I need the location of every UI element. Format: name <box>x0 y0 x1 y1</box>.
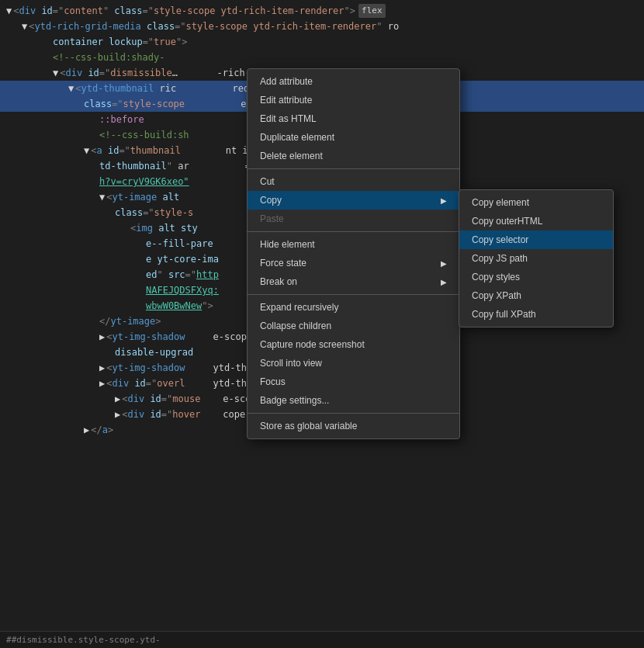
menu-item-delete-element[interactable]: Delete element <box>248 147 459 165</box>
flex-badge: flex <box>358 4 386 18</box>
expand-arrow[interactable]: ▶ <box>99 376 105 390</box>
menu-item-focus[interactable]: Focus <box>248 373 459 391</box>
submenu-item-label: Copy full XPath <box>472 309 536 320</box>
menu-item-label: Cut <box>260 176 275 187</box>
submenu-arrow-icon: ▶ <box>441 278 447 286</box>
code-line: ▼ < ytd-rich-grid-media class =" style-s… <box>0 19 644 34</box>
menu-item-label: Edit attribute <box>260 95 312 106</box>
copy-submenu: Copy element Copy outerHTML Copy selecto… <box>459 189 614 327</box>
expand-arrow[interactable]: ▼ <box>22 19 27 33</box>
submenu-item-label: Copy JS path <box>472 253 528 264</box>
menu-item-collapse-children[interactable]: Collapse children <box>248 317 459 335</box>
submenu-item-copy-js-path[interactable]: Copy JS path <box>459 249 613 268</box>
submenu-item-copy-xpath[interactable]: Copy XPath <box>459 286 613 305</box>
menu-item-store-as-global[interactable]: Store as global variable <box>248 417 459 435</box>
menu-item-badge-settings[interactable]: Badge settings... <box>248 391 459 410</box>
menu-item-label: Force state <box>260 258 306 269</box>
submenu-item-label: Copy outerHTML <box>472 216 542 227</box>
expand-arrow[interactable]: ▶ <box>99 361 105 375</box>
menu-item-hide-element[interactable]: Hide element <box>248 235 459 254</box>
menu-item-label: Expand recursively <box>260 302 338 313</box>
menu-item-label: Break on <box>260 276 297 287</box>
menu-item-label: Add attribute <box>260 76 313 87</box>
submenu-item-label: Copy selector <box>472 234 528 245</box>
menu-item-break-on[interactable]: Break on ▶ <box>248 272 459 291</box>
menu-item-cut[interactable]: Cut <box>248 172 459 191</box>
menu-item-label: Capture node screenshot <box>260 339 365 350</box>
menu-item-edit-attribute[interactable]: Edit attribute <box>248 91 459 109</box>
expand-arrow[interactable]: ▼ <box>68 81 74 95</box>
menu-item-label: Hide element <box>260 239 315 250</box>
menu-item-capture-node-screenshot[interactable]: Capture node screenshot <box>248 335 459 354</box>
expand-arrow[interactable]: ▶ <box>115 392 120 406</box>
menu-item-label: Edit as HTML <box>260 113 317 124</box>
menu-item-paste: Paste <box>248 210 459 228</box>
submenu-item-label: Copy styles <box>472 272 520 282</box>
menu-item-label: Store as global variable <box>260 421 357 431</box>
menu-item-copy[interactable]: Copy ▶ <box>248 191 459 210</box>
menu-item-scroll-into-view[interactable]: Scroll into view <box>248 354 459 373</box>
submenu-item-copy-styles[interactable]: Copy styles <box>459 268 613 286</box>
status-bar-text: ##dismissible.style-scope.ytd- <box>6 635 161 645</box>
submenu-item-copy-selector[interactable]: Copy selector <box>459 230 613 249</box>
menu-item-label: Focus <box>260 376 286 387</box>
expand-arrow[interactable]: ▶ <box>84 423 89 437</box>
menu-item-force-state[interactable]: Force state ▶ <box>248 254 459 272</box>
menu-separator <box>248 168 459 169</box>
expand-arrow[interactable]: ▶ <box>99 330 105 344</box>
menu-item-expand-recursively[interactable]: Expand recursively <box>248 298 459 317</box>
expand-arrow[interactable]: ▼ <box>53 66 58 80</box>
menu-separator <box>248 294 459 295</box>
menu-item-duplicate-element[interactable]: Duplicate element <box>248 128 459 147</box>
submenu-item-label: Copy element <box>472 197 529 208</box>
code-line: ▼ < div id =" content " class =" style-s… <box>0 3 644 19</box>
context-menu: Add attribute Edit attribute Edit as HTM… <box>247 68 460 439</box>
menu-item-label: Copy <box>260 195 282 206</box>
menu-item-label: Badge settings... <box>260 395 329 406</box>
menu-separator <box>248 413 459 414</box>
submenu-item-label: Copy XPath <box>472 290 521 301</box>
submenu-item-copy-element[interactable]: Copy element <box>459 193 613 212</box>
menu-item-edit-as-html[interactable]: Edit as HTML <box>248 109 459 128</box>
menu-separator <box>248 231 459 232</box>
submenu-item-copy-outerhtml[interactable]: Copy outerHTML <box>459 212 613 230</box>
expand-arrow[interactable]: ▼ <box>84 144 89 158</box>
submenu-arrow-icon: ▶ <box>441 196 447 205</box>
menu-item-label: Collapse children <box>260 321 331 331</box>
code-line: <!--css-build:shady- <box>0 50 644 65</box>
expand-arrow[interactable]: ▼ <box>6 4 12 18</box>
menu-item-label: Scroll into view <box>260 358 322 369</box>
menu-item-label: Delete element <box>260 151 323 161</box>
expand-arrow[interactable]: ▼ <box>99 190 105 204</box>
menu-item-label: Duplicate element <box>260 132 334 143</box>
menu-item-add-attribute[interactable]: Add attribute <box>248 72 459 91</box>
status-bar: ##dismissible.style-scope.ytd- <box>0 631 644 648</box>
menu-item-label: Paste <box>260 213 284 224</box>
expand-arrow[interactable]: ▶ <box>115 407 120 421</box>
submenu-item-copy-full-xpath[interactable]: Copy full XPath <box>459 305 613 324</box>
submenu-arrow-icon: ▶ <box>441 259 447 268</box>
code-line: container lockup =" true "> <box>0 34 644 50</box>
